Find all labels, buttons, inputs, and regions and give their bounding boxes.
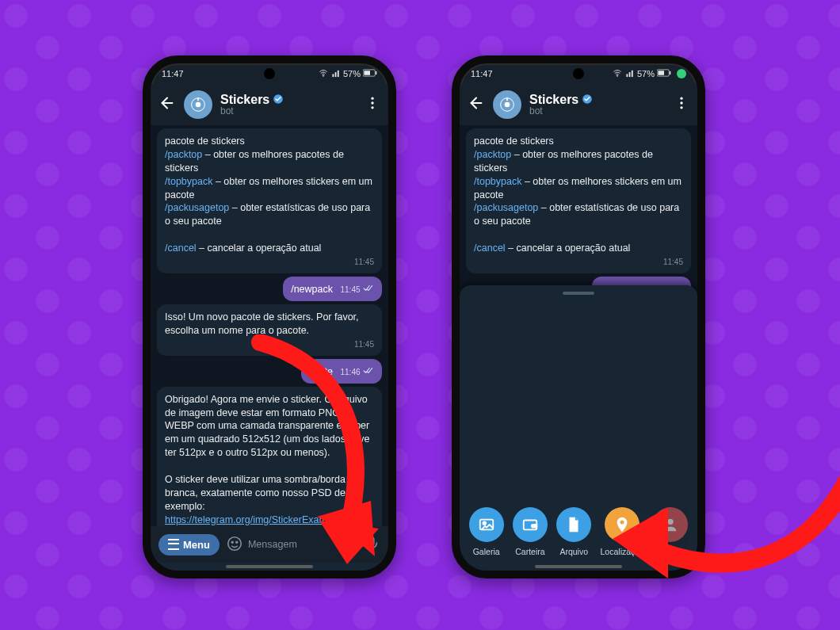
text: O sticker deve utilizar uma sombra/borda… <box>165 474 346 512</box>
svg-point-29 <box>680 97 682 100</box>
attach-label: Galeria <box>473 547 500 556</box>
android-nav-bar[interactable] <box>226 565 313 568</box>
chat-subtitle: bot <box>220 106 284 116</box>
svg-rect-9 <box>197 98 199 101</box>
svg-rect-3 <box>338 70 339 76</box>
text: – cancelar a operação atual <box>506 242 631 254</box>
cmd-topbypack[interactable]: /topbypack <box>165 176 212 187</box>
signal-icon <box>331 69 341 79</box>
signal-icon <box>625 69 635 79</box>
android-nav-bar[interactable] <box>535 565 622 568</box>
bot-message-commands[interactable]: pacote de stickers /packtop – obter os m… <box>157 128 382 273</box>
attach-icon[interactable] <box>339 535 357 555</box>
svg-point-0 <box>323 75 323 76</box>
phone-left: 11:47 57% Stickers <box>143 55 396 578</box>
svg-point-13 <box>371 106 373 109</box>
svg-rect-17 <box>369 536 374 545</box>
bot-message-nameprompt[interactable]: Isso! Um novo pacote de stickers. Por fa… <box>157 304 382 356</box>
battery-icon <box>363 69 377 78</box>
svg-point-8 <box>196 102 201 108</box>
verified-badge-icon <box>273 94 284 105</box>
battery-label: 57% <box>343 69 361 78</box>
attachment-panel[interactable]: Galeria Carteira Arquivo <box>460 285 697 571</box>
microphone-icon[interactable] <box>363 535 380 555</box>
timestamp: 11:45 <box>340 285 360 294</box>
svg-point-15 <box>231 541 233 543</box>
cmd-topbypack[interactable]: /topbypack <box>474 176 521 187</box>
bot-avatar[interactable] <box>493 90 521 119</box>
attach-label: Enviar <box>659 547 682 556</box>
wifi-icon <box>318 69 329 79</box>
emoji-icon[interactable] <box>226 535 243 555</box>
attach-label: Arquivo <box>559 547 588 556</box>
svg-rect-23 <box>658 71 664 75</box>
camera-notch <box>573 68 584 79</box>
text: . <box>359 514 361 525</box>
attach-file[interactable]: Arquivo <box>556 507 591 556</box>
text: – cancelar a operação atual <box>197 242 322 254</box>
svg-rect-24 <box>670 71 670 74</box>
contact-icon <box>653 507 688 542</box>
menu-bars-icon <box>168 539 179 550</box>
battery-icon <box>657 69 671 78</box>
attach-contact[interactable]: Enviar <box>653 507 688 556</box>
chat-title[interactable]: Stickers <box>529 93 578 107</box>
svg-rect-5 <box>364 71 370 75</box>
svg-point-16 <box>236 541 238 543</box>
chat-body-left[interactable]: pacote de stickers /packtop – obter os m… <box>151 125 388 571</box>
wallet-icon <box>513 507 548 542</box>
psd-link[interactable]: https://telegram.org/img/StickerExample.… <box>165 514 359 525</box>
svg-rect-1 <box>332 74 334 77</box>
svg-rect-21 <box>632 70 633 76</box>
svg-point-31 <box>680 106 682 109</box>
timestamp: 11:45 <box>354 258 374 266</box>
text: pacote de stickers <box>165 136 245 147</box>
back-arrow-icon[interactable] <box>158 94 176 115</box>
svg-rect-19 <box>626 74 628 77</box>
back-arrow-icon[interactable] <box>468 94 485 115</box>
chat-title[interactable]: Stickers <box>220 93 269 107</box>
read-ticks-icon <box>363 283 374 296</box>
message-input[interactable]: Mensagem <box>226 535 333 555</box>
timestamp: 11:45 <box>354 340 374 349</box>
camera-active-indicator <box>677 69 686 78</box>
tutorial-background: { "statusBar": {"time":"11:47","battery"… <box>0 0 840 630</box>
svg-point-12 <box>371 101 373 104</box>
user-message-teste[interactable]: Teste 11:46 <box>301 359 382 384</box>
cmd-packusagetop[interactable]: /packusagetop <box>474 202 538 213</box>
text: /newpack <box>291 284 333 295</box>
svg-point-33 <box>483 521 486 525</box>
attach-label: Localização <box>601 547 644 556</box>
panel-grab-handle[interactable] <box>563 292 594 295</box>
svg-rect-6 <box>376 71 376 74</box>
chat-header: Stickers bot <box>151 84 388 126</box>
chat-subtitle: bot <box>529 106 593 116</box>
message-placeholder: Mensagem <box>248 539 297 550</box>
status-time: 11:47 <box>162 69 184 78</box>
wifi-icon <box>612 69 623 79</box>
text: Teste <box>309 366 333 377</box>
bot-message-commands[interactable]: pacote de stickers /packtop – obter os m… <box>466 128 691 273</box>
attach-wallet[interactable]: Carteira <box>513 507 548 556</box>
attach-gallery[interactable]: Galeria <box>469 507 504 556</box>
svg-point-18 <box>617 75 617 76</box>
attach-location[interactable]: Localização <box>601 507 644 556</box>
chat-body-right[interactable]: pacote de stickers /packtop – obter os m… <box>460 125 697 571</box>
cmd-packtop[interactable]: /packtop <box>165 149 202 160</box>
svg-point-26 <box>505 102 510 108</box>
bot-menu-button[interactable]: Menu <box>158 534 220 556</box>
user-message-newpack[interactable]: /newpack 11:45 <box>283 277 382 301</box>
cmd-packtop[interactable]: /packtop <box>474 149 511 160</box>
attach-label: Carteira <box>515 547 544 556</box>
cmd-cancel[interactable]: /cancel <box>165 242 197 254</box>
svg-rect-20 <box>629 72 631 77</box>
more-options-icon[interactable] <box>365 95 380 114</box>
bot-avatar[interactable] <box>184 90 212 119</box>
text: Isso! Um novo pacote de stickers. Por fa… <box>165 311 359 336</box>
cmd-cancel[interactable]: /cancel <box>474 242 506 254</box>
svg-point-11 <box>371 97 373 100</box>
more-options-icon[interactable] <box>674 95 689 114</box>
text: Obrigado! Agora me envie o sticker. O ar… <box>165 394 370 459</box>
cmd-packusagetop[interactable]: /packusagetop <box>165 202 229 213</box>
text: pacote de stickers <box>474 136 554 147</box>
